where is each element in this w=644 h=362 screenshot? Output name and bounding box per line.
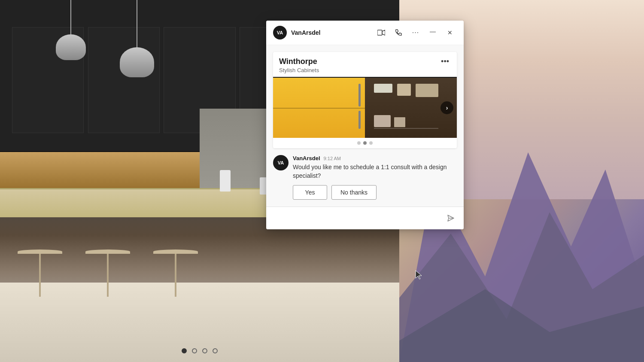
card-more-icon: •••	[441, 57, 449, 66]
image-next-button[interactable]: ›	[440, 101, 453, 114]
product-card: Winthorpe Stylish Cabinets •••	[273, 52, 457, 148]
pendant-wire-2	[137, 0, 137, 47]
product-card-header: Winthorpe Stylish Cabinets •••	[273, 52, 457, 78]
message-time: 9:12 AM	[324, 156, 341, 161]
video-icon	[377, 30, 385, 36]
send-button[interactable]	[444, 211, 458, 225]
chat-input-area	[266, 207, 464, 229]
slide-dot-2[interactable]	[192, 348, 197, 353]
minimize-button[interactable]: —	[426, 26, 440, 40]
video-call-button[interactable]	[374, 26, 388, 40]
minimize-icon: —	[430, 28, 436, 35]
no-thanks-button[interactable]: No thanks	[331, 185, 377, 200]
shelf-item-1	[374, 84, 392, 93]
window-controls: ··· — ✕	[374, 26, 457, 40]
stool-seat	[18, 249, 62, 254]
product-image: ›	[273, 78, 457, 138]
message-avatar-initials: VA	[278, 160, 284, 165]
message-avatar: VA	[273, 155, 289, 170]
fridge-divider	[273, 108, 365, 109]
stool-leg	[175, 254, 176, 297]
stool-seat	[85, 249, 130, 254]
slide-dot-1[interactable]	[182, 348, 187, 353]
yellow-fridge	[273, 78, 365, 138]
more-dots-icon: ···	[412, 29, 419, 37]
shelf-item-2	[397, 84, 411, 96]
close-button[interactable]: ✕	[443, 26, 457, 40]
fridge-handle-top	[358, 84, 361, 106]
barstool-2	[80, 249, 136, 297]
slide-dot-4[interactable]	[213, 348, 218, 353]
product-title: Winthorpe	[279, 57, 319, 66]
close-icon: ✕	[447, 29, 453, 36]
barstool-1	[12, 249, 68, 297]
phone-call-button[interactable]	[392, 26, 405, 40]
send-icon	[447, 214, 455, 222]
barstool-3	[148, 249, 204, 297]
product-subtitle: Stylish Cabinets	[279, 67, 319, 73]
chat-window: VA VanArsdel ··· —	[266, 21, 464, 229]
chat-body[interactable]: Winthorpe Stylish Cabinets •••	[266, 45, 464, 207]
title-bar: VA VanArsdel ··· —	[266, 21, 464, 45]
fridge-handle-bottom	[358, 111, 361, 129]
action-buttons: Yes No thanks	[293, 185, 457, 200]
shelf-item-4	[374, 115, 391, 127]
shelf-item-3	[416, 84, 439, 97]
phone-icon	[395, 29, 402, 36]
nav-arrow-icon: ›	[446, 104, 448, 111]
pendant-shade-1	[56, 34, 86, 60]
image-dot-2[interactable]	[363, 141, 367, 145]
message-input[interactable]	[272, 215, 440, 222]
brand-initials: VA	[277, 30, 283, 35]
svg-rect-3	[377, 30, 382, 35]
brand-avatar: VA	[273, 26, 287, 40]
image-dot-3[interactable]	[369, 141, 373, 145]
shelf-item-5	[394, 117, 405, 127]
stool-leg	[107, 254, 109, 297]
message-meta: VanArsdel 9:12 AM	[293, 155, 457, 161]
yes-button[interactable]: Yes	[293, 185, 327, 200]
image-dot-1[interactable]	[357, 141, 361, 145]
stool-seat	[153, 249, 198, 254]
image-dots	[273, 138, 457, 148]
teapot	[220, 170, 231, 192]
shelf-line	[374, 128, 438, 129]
message-sender: VanArsdel	[293, 155, 320, 161]
pendant-wire-1	[70, 0, 71, 34]
pendant-light-2	[120, 0, 154, 77]
pendant-light-1	[56, 0, 86, 60]
chat-message: VA VanArsdel 9:12 AM Would you like me t…	[273, 155, 457, 200]
kitchen-illustration	[273, 78, 457, 138]
message-content: VanArsdel 9:12 AM Would you like me to s…	[293, 155, 457, 200]
slide-pagination	[182, 348, 218, 353]
more-options-button[interactable]: ···	[409, 26, 422, 40]
pendant-shade-2	[120, 47, 154, 77]
window-title: VanArsdel	[291, 29, 370, 36]
message-text: Would you like me to schedule a 1:1 cons…	[293, 163, 457, 180]
card-more-button[interactable]: •••	[439, 57, 451, 66]
svg-marker-4	[382, 30, 385, 35]
slide-dot-3[interactable]	[202, 348, 207, 353]
stool-leg	[39, 254, 41, 297]
